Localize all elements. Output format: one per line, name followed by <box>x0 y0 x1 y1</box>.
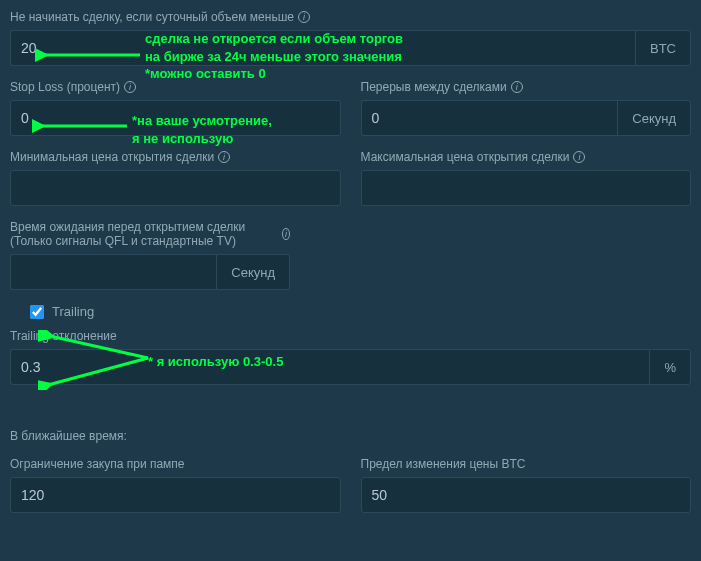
trailing-dev-label: Trailing отклонение <box>10 329 691 343</box>
delay-label: Время ожидания перед открытием сделки (Т… <box>10 220 290 248</box>
delay-label-text: Время ожидания перед открытием сделки (Т… <box>10 220 278 248</box>
trailing-checkbox[interactable] <box>30 305 44 319</box>
info-icon[interactable] <box>218 151 230 163</box>
btc-limit-input[interactable] <box>361 477 692 513</box>
pause-input[interactable] <box>361 100 618 136</box>
delay-unit: Секунд <box>216 254 290 290</box>
maxprice-input[interactable] <box>361 170 692 206</box>
maxprice-label-text: Максимальная цена открытия сделки <box>361 150 570 164</box>
trailing-dev-unit: % <box>649 349 691 385</box>
pump-limit-label: Ограничение закупа при пампе <box>10 457 341 471</box>
trailing-label: Trailing <box>52 304 94 319</box>
minprice-label-text: Минимальная цена открытия сделки <box>10 150 214 164</box>
volume-label-text: Не начинать сделку, если суточный объем … <box>10 10 294 24</box>
minprice-label: Минимальная цена открытия сделки <box>10 150 341 164</box>
minprice-input[interactable] <box>10 170 341 206</box>
pause-unit: Секунд <box>617 100 691 136</box>
info-icon[interactable] <box>124 81 136 93</box>
trailing-dev-input[interactable] <box>10 349 649 385</box>
maxprice-label: Максимальная цена открытия сделки <box>361 150 692 164</box>
btc-limit-label: Предел изменения цены BTC <box>361 457 692 471</box>
volume-label: Не начинать сделку, если суточный объем … <box>10 10 691 24</box>
info-icon[interactable] <box>511 81 523 93</box>
stoploss-label: Stop Loss (процент) <box>10 80 341 94</box>
volume-unit: BTC <box>635 30 691 66</box>
pause-label: Перерыв между сделками <box>361 80 692 94</box>
stoploss-input[interactable] <box>10 100 341 136</box>
info-icon[interactable] <box>282 228 290 240</box>
soon-header: В ближайшее время: <box>10 429 691 443</box>
volume-input[interactable] <box>10 30 635 66</box>
delay-input[interactable] <box>10 254 216 290</box>
info-icon[interactable] <box>298 11 310 23</box>
pause-label-text: Перерыв между сделками <box>361 80 507 94</box>
trailing-dev-label-text: Trailing отклонение <box>10 329 117 343</box>
pump-limit-input[interactable] <box>10 477 341 513</box>
info-icon[interactable] <box>573 151 585 163</box>
stoploss-label-text: Stop Loss (процент) <box>10 80 120 94</box>
